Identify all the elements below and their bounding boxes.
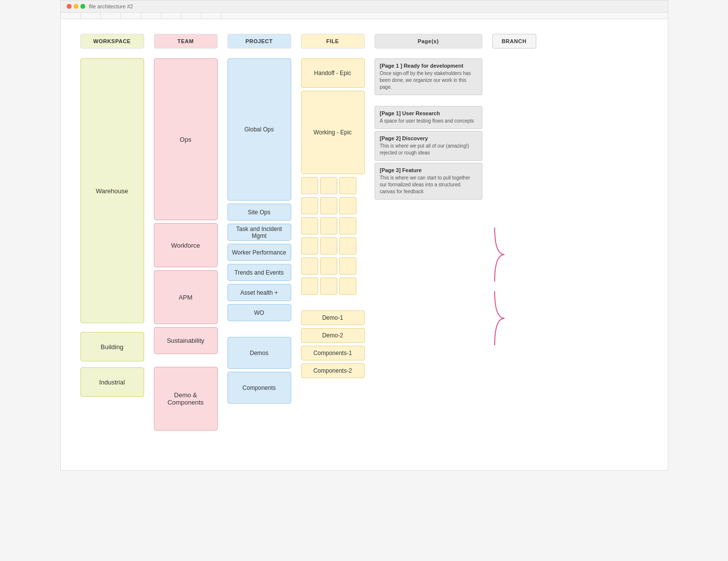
file-cell-handoff-epic: Handoff - Epic [301,58,365,88]
file-squares-wo [301,278,365,295]
file-squares-asset-health [301,257,365,275]
team-column: Ops Workforce APM Sustainability Demo & … [154,58,218,431]
file-sq-7 [301,217,318,234]
workspace-column: Warehouse Building Industrial [80,58,144,397]
col-header-file: FILE [301,34,365,49]
tab-6[interactable] [161,13,181,19]
file-squares-site-ops [301,177,365,194]
project-cell-trends-events: Trends and Events [227,264,291,281]
file-sq-14 [320,257,337,275]
project-cell-demos: Demos [227,337,291,369]
page-card-user-research: [Page 1] User Research A space for user … [375,106,482,129]
file-sq-8 [320,217,337,234]
file-sq-13 [301,257,318,275]
file-cell-working-epic: Working - Epic [301,91,365,174]
pages-column: [Page 1 ] Ready for development Once sig… [375,58,482,200]
col-header-pages: Page(s) [375,34,482,49]
page-desc-discovery: This is where we put all of our (amazing… [380,143,477,156]
team-cell-demo-components: Demo & Components [154,367,218,431]
tab-3[interactable] [101,13,121,19]
tab-8[interactable] [201,13,222,19]
file-sq-17 [320,278,337,295]
window-title: file architecture #2 [89,3,133,9]
team-cell-workforce: Workforce [154,223,218,267]
window-dots [67,4,85,9]
file-sq-15 [339,257,356,275]
file-sq-18 [339,278,356,295]
file-column: Handoff - Epic Working - Epic [301,58,365,378]
file-sq-12 [339,237,356,255]
col-header-branch: BRANCH [492,34,536,49]
col-header-workspace: WORKSPACE [80,34,144,49]
demo-brace-icon [492,225,507,284]
page-desc-ready-for-dev: Once sign-off by the key stakeholders ha… [380,70,477,91]
file-squares-task-incident [301,197,365,214]
project-cell-site-ops: Site Ops [227,204,291,221]
file-sq-10 [301,237,318,255]
page-title-feature: [Page 3] Feature [380,167,477,173]
team-cell-ops: Ops [154,58,218,220]
column-headers: WORKSPACE TEAM PROJECT FILE Page(s) BRAN… [80,34,648,49]
team-cell-apm: APM [154,270,218,324]
page-title-user-research: [Page 1] User Research [380,110,477,116]
workspace-cell-building: Building [80,332,144,361]
tab-2[interactable] [81,13,101,19]
tab-4[interactable] [121,13,141,19]
file-sq-6 [339,197,356,214]
page-desc-feature: This is where we can start to pull toget… [380,175,477,195]
tab-5[interactable] [141,13,161,19]
tab-1[interactable] [61,13,81,19]
page-title-ready-for-dev: [Page 1 ] Ready for development [380,63,477,69]
project-cell-wo: WO [227,304,291,321]
file-cell-demo2: Demo-2 [301,328,365,343]
page-title-discovery: [Page 2] Discovery [380,135,477,141]
file-sq-4 [301,197,318,214]
file-sq-16 [301,278,318,295]
file-sq-9 [339,217,356,234]
page-card-ready-for-dev: [Page 1 ] Ready for development Once sig… [375,58,482,95]
project-cell-task-incident: Task and Incident Mgmt [227,224,291,241]
file-sq-3 [339,177,356,194]
file-sq-5 [320,197,337,214]
file-sq-11 [320,237,337,255]
page-card-feature: [Page 3] Feature This is where we can st… [375,163,482,200]
project-column: Global Ops Site Ops Task and Incident Mg… [227,58,291,404]
col-header-project: PROJECT [227,34,291,49]
project-cell-worker-performance: Worker Performance [227,244,291,261]
file-cell-components2: Components-2 [301,363,365,378]
branch-column [492,225,507,348]
file-sq-1 [301,177,318,194]
page-card-discovery: [Page 2] Discovery This is where we put … [375,131,482,161]
tab-7[interactable] [181,13,201,19]
col-header-team: TEAM [154,34,218,49]
project-cell-global-ops: Global Ops [227,58,291,201]
workspace-cell-industrial: Industrial [80,367,144,397]
workspace-cell-warehouse: Warehouse [80,58,144,323]
file-squares-worker-perf [301,217,365,234]
file-cell-demo1: Demo-1 [301,310,365,325]
file-squares-trends [301,237,365,255]
project-cell-components: Components [227,372,291,404]
components-brace-icon [492,289,507,348]
file-sq-2 [320,177,337,194]
project-cell-asset-health: Asset health + [227,284,291,301]
page-desc-user-research: A space for user testing flows and conce… [380,118,477,125]
team-cell-sustainability: Sustainability [154,327,218,354]
file-cell-components1: Components-1 [301,346,365,360]
